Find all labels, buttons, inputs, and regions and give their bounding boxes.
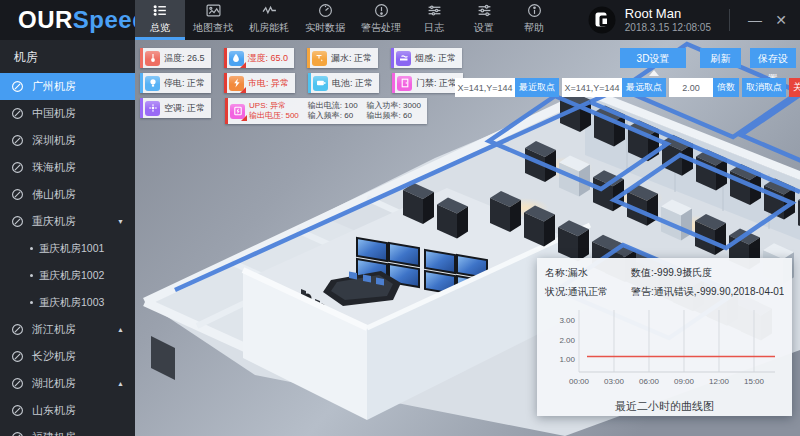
status-badge-water-leak: 漏水: 正常 xyxy=(307,48,378,68)
nav-item-settings[interactable]: 设置 xyxy=(459,0,509,40)
user-block: Root Man 2018.3.15 12:08:05 — ✕ xyxy=(588,0,800,40)
sidebar-item-label: 广州机房 xyxy=(32,79,76,94)
farthest-point-input[interactable] xyxy=(562,78,622,97)
nearest-point-input[interactable] xyxy=(455,78,515,97)
close-settings-button[interactable]: 关闭设置 xyxy=(789,78,800,97)
logo-primary: OUR xyxy=(18,6,73,34)
ups-detail-column: 输入功率: 3000输出频率: 60 xyxy=(367,101,421,121)
refresh-button[interactable]: 刷新 xyxy=(700,48,741,68)
title-bar: OURSpeed 总览地图查找机房能耗实时数据警告处理日志设置帮助 Root M… xyxy=(0,0,800,40)
sidebar-item-label: 浙江机房 xyxy=(32,322,76,337)
badge-row-1: 温度: 26.5湿度: 65.0漏水: 正常烟感: 正常 xyxy=(140,48,463,68)
nav-item-label: 机房能耗 xyxy=(249,21,289,35)
panel-caret xyxy=(649,70,659,76)
nav-item-logs[interactable]: 日志 xyxy=(409,0,459,40)
map-icon xyxy=(206,3,221,18)
bullet-icon xyxy=(30,247,33,250)
help-icon xyxy=(527,3,542,18)
badge-text: 市电: 异常 xyxy=(248,77,289,90)
sidebar-item-chongqing-1003[interactable]: 重庆机房1003 xyxy=(0,289,135,316)
sensor-status-label: 状况:通讯正常 xyxy=(545,285,631,299)
sidebar-item-changsha[interactable]: 长沙机房 xyxy=(0,343,135,370)
3d-settings-button[interactable]: 3D设置 xyxy=(620,48,686,68)
realtime-icon xyxy=(318,3,333,18)
svg-text:3.00: 3.00 xyxy=(559,316,575,325)
sensor-history-chart: 00:0003:0006:0009:0012:0015:003.002.001.… xyxy=(545,304,784,394)
nav-item-alert-handling[interactable]: 警告处理 xyxy=(353,0,409,40)
cancel-picking-button[interactable]: 取消取点 xyxy=(742,78,786,97)
status-badges: 温度: 26.5湿度: 65.0漏水: 正常烟感: 正常 停电: 正常市电: 异… xyxy=(140,48,463,129)
status-badge-smoke-sensor: 烟感: 正常 xyxy=(391,48,462,68)
badge-text: 停电: 正常 xyxy=(164,77,205,90)
sidebar-item-chongqing[interactable]: 重庆机房▼ xyxy=(0,208,135,235)
svg-text:1.00: 1.00 xyxy=(559,355,575,364)
nav-item-map-search[interactable]: 地图查找 xyxy=(185,0,241,40)
user-name: Root Man xyxy=(625,6,711,22)
overview-icon xyxy=(153,3,168,18)
sidebar-item-zhongguo[interactable]: 中国机房 xyxy=(0,100,135,127)
badge-text: 漏水: 正常 xyxy=(331,52,372,65)
nav-item-overview[interactable]: 总览 xyxy=(135,0,185,40)
bullet-icon xyxy=(30,274,33,277)
gauge-icon xyxy=(11,107,24,120)
ac-icon xyxy=(145,101,160,116)
nav-item-room-energy[interactable]: 机房能耗 xyxy=(241,0,297,40)
ups-icon xyxy=(230,104,245,119)
farthest-point-button[interactable]: 最远取点 xyxy=(622,78,666,97)
sidebar-section-title: 机房 xyxy=(0,40,135,73)
minimize-button[interactable]: — xyxy=(742,0,768,40)
gauge-icon xyxy=(11,80,24,93)
sidebar-item-foshan[interactable]: 佛山机房 xyxy=(0,181,135,208)
app-window: OURSpeed 总览地图查找机房能耗实时数据警告处理日志设置帮助 Root M… xyxy=(0,0,800,436)
sidebar-item-label: 长沙机房 xyxy=(32,349,76,364)
sidebar-item-label: 深圳机房 xyxy=(32,133,76,148)
lightning-icon xyxy=(229,76,244,91)
sidebar-item-label: 重庆机房1003 xyxy=(39,296,104,310)
sidebar-item-label: 重庆机房1002 xyxy=(39,269,104,283)
nav-item-label: 实时数据 xyxy=(305,21,345,35)
user-avatar[interactable] xyxy=(588,6,616,34)
svg-text:03:00: 03:00 xyxy=(604,377,625,386)
gauge-icon xyxy=(11,323,24,336)
sidebar-item-guangzhou[interactable]: 广州机房 xyxy=(0,73,135,100)
sidebar-item-fujian[interactable]: 福建机房 xyxy=(0,424,135,436)
sidebar-item-chongqing-1001[interactable]: 重庆机房1001 xyxy=(0,235,135,262)
door-icon xyxy=(397,76,412,91)
nav-item-realtime-data[interactable]: 实时数据 xyxy=(297,0,353,40)
bullet-icon xyxy=(30,301,33,304)
humidity-icon xyxy=(229,51,244,66)
scale-factor-input[interactable] xyxy=(669,78,713,97)
chart-title: 最近二小时的曲线图 xyxy=(545,399,784,414)
svg-text:15:00: 15:00 xyxy=(744,377,765,386)
sidebar-item-shenzhen[interactable]: 深圳机房 xyxy=(0,127,135,154)
energy-icon xyxy=(262,3,277,18)
gauge-icon xyxy=(11,431,24,436)
app-logo: OURSpeed xyxy=(0,0,135,40)
save-settings-button[interactable]: 保存设置 xyxy=(750,48,796,68)
sidebar-item-hubei[interactable]: 湖北机房▲ xyxy=(0,370,135,397)
badge-text: 温度: 26.5 xyxy=(164,52,205,65)
alert-mark-icon xyxy=(240,62,246,68)
gauge-icon xyxy=(11,404,24,417)
sidebar-item-label: 中国机房 xyxy=(32,106,76,121)
nav-item-label: 帮助 xyxy=(524,21,544,35)
nav-item-label: 设置 xyxy=(474,21,494,35)
sidebar-item-label: 山东机房 xyxy=(32,403,76,418)
sidebar-item-label: 佛山机房 xyxy=(32,187,76,202)
chevron-down-icon: ▼ xyxy=(117,218,124,225)
nearest-point-button[interactable]: 最近取点 xyxy=(515,78,559,97)
sidebar-item-shandong[interactable]: 山东机房 xyxy=(0,397,135,424)
gauge-icon xyxy=(11,161,24,174)
badge-text: 电池: 正常 xyxy=(332,77,373,90)
sidebar-item-zhejiang[interactable]: 浙江机房▲ xyxy=(0,316,135,343)
sidebar-item-list: 广州机房中国机房深圳机房珠海机房佛山机房重庆机房▼重庆机房1001重庆机房100… xyxy=(0,73,135,436)
close-button[interactable]: ✕ xyxy=(768,0,794,40)
status-badge-power-outage: 停电: 正常 xyxy=(140,73,211,93)
point-picking-bar: 最近取点 最远取点 倍数 取消取点 关闭设置 xyxy=(455,78,800,97)
sidebar-item-chongqing-1002[interactable]: 重庆机房1002 xyxy=(0,262,135,289)
sidebar: 机房 广州机房中国机房深圳机房珠海机房佛山机房重庆机房▼重庆机房1001重庆机房… xyxy=(0,40,135,436)
sidebar-item-zhuhai[interactable]: 珠海机房 xyxy=(0,154,135,181)
nav-item-help[interactable]: 帮助 xyxy=(509,0,559,40)
sensor-value-label: 数值:-999.9摄氏度 xyxy=(631,266,784,280)
scale-factor-button[interactable]: 倍数 xyxy=(713,78,739,97)
